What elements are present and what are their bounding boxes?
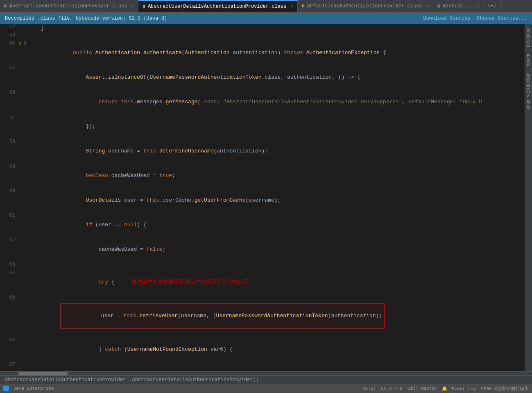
line-gutter: ◦ bbox=[18, 295, 27, 337]
status-event-log-label[interactable]: Event Log bbox=[452, 386, 476, 391]
table-row: 55 ◦ Assert.isInstanceOf(UsernamePasswor… bbox=[0, 65, 525, 90]
line-number: 57 bbox=[0, 114, 18, 139]
line-gutter bbox=[18, 337, 27, 362]
status-git: Git: master bbox=[407, 386, 437, 391]
info-bar-text: Decompiled .class file, bytecode version… bbox=[5, 16, 167, 21]
line-gutter bbox=[18, 188, 27, 213]
table-row: 64 try {通过用户名去数据库获取用户信息用于之后的认证 bbox=[0, 270, 525, 295]
line-number: 67 bbox=[0, 362, 18, 371]
line-gutter bbox=[18, 213, 27, 237]
line-gutter bbox=[18, 24, 27, 32]
line-code: cacheWasUsed = false; bbox=[27, 237, 525, 262]
editor-container: 52 } 53 54 ⊙ @ public Authentication aut… bbox=[0, 24, 532, 371]
line-code: return this.messages.getMessage( code: "… bbox=[27, 90, 525, 114]
code-area[interactable]: 52 } 53 54 ⊙ @ public Authentication aut… bbox=[0, 24, 525, 371]
tab-2[interactable]: G AbstractUserDetailsAuthenticationProvi… bbox=[138, 0, 298, 12]
line-gutter bbox=[18, 32, 27, 41]
tab-1-label: AbstractJaasAuthenticationProvider.class bbox=[9, 3, 127, 9]
line-code: UserDetails user = this.userCache.getUse… bbox=[27, 188, 525, 213]
tab-4-close[interactable]: × bbox=[476, 4, 479, 9]
line-number: 52 bbox=[0, 24, 18, 32]
line-number: 54 bbox=[0, 41, 18, 65]
table-row: 58 String username = this.determineUsern… bbox=[0, 139, 525, 164]
tab-1[interactable]: G AbstractJaasAuthenticationProvider.cla… bbox=[0, 0, 138, 12]
line-number: 59 bbox=[0, 164, 18, 188]
line-gutter bbox=[18, 164, 27, 188]
sidebar-database[interactable]: Database bbox=[525, 24, 532, 50]
breadcrumb-part2: AbstractUserDetailsAuthenticationProvide… bbox=[132, 377, 259, 383]
line-code: public Authentication authenticate(Authe… bbox=[27, 41, 525, 65]
line-number: 65 bbox=[0, 295, 18, 337]
line-number: 60 bbox=[0, 188, 18, 213]
choose-sources-btn[interactable]: Choose Sources... bbox=[477, 16, 527, 21]
tab-3[interactable]: G DefaultJaasAuthenticationProvider.clas… bbox=[298, 0, 433, 12]
sidebar-bean-validation[interactable]: Bean Validation bbox=[525, 69, 532, 113]
line-code bbox=[27, 32, 525, 41]
line-code: if (user == null) { bbox=[27, 213, 525, 237]
line-code: Assert.isInstanceOf(UsernamePasswordAuth… bbox=[27, 65, 525, 90]
tab-overflow-label: ≡+7 bbox=[487, 3, 496, 9]
table-row: 56 return this.messages.getMessage( code… bbox=[0, 90, 525, 114]
line-code: }); bbox=[27, 114, 525, 139]
tab-1-close[interactable]: × bbox=[131, 4, 134, 9]
table-row: 54 ⊙ @ public Authentication authenticat… bbox=[0, 41, 525, 65]
line-gutter: ⊙ @ bbox=[18, 41, 27, 65]
line-gutter bbox=[18, 90, 27, 114]
line-number: 53 bbox=[0, 32, 18, 41]
line-code: } bbox=[27, 24, 525, 32]
line-gutter bbox=[18, 237, 27, 262]
table-row: 62 cacheWasUsed = false; bbox=[0, 237, 525, 262]
status-right: 43:57 LF UTF-8 Git: master 🔔 Event Log C… bbox=[362, 386, 529, 392]
table-row: 65 ◦ user = this.retrieveUser(username, … bbox=[0, 295, 525, 337]
status-csdn: CSDN @德鲁伊的打锤子 bbox=[481, 386, 529, 392]
tab-4[interactable]: G Abstrac... × bbox=[433, 0, 483, 12]
status-bar: Java Enterprise 43:57 LF UTF-8 Git: mast… bbox=[0, 384, 532, 393]
breadcrumb-sep: › bbox=[127, 377, 130, 383]
line-code: try {通过用户名去数据库获取用户信息用于之后的认证 bbox=[27, 270, 525, 295]
table-row: 61 if (user == null) { bbox=[0, 213, 525, 237]
tab-overflow[interactable]: ≡+7 bbox=[483, 0, 501, 12]
status-java-enterprise: Java Enterprise bbox=[3, 386, 54, 391]
table-row: 53 bbox=[0, 32, 525, 41]
code-table: 52 } 53 54 ⊙ @ public Authentication aut… bbox=[0, 24, 525, 371]
h-scrollbar-thumb[interactable] bbox=[18, 372, 68, 375]
sidebar-maven[interactable]: Maven bbox=[525, 50, 532, 69]
line-number: 66 bbox=[0, 337, 18, 362]
status-left: Java Enterprise bbox=[3, 386, 54, 391]
line-gutter bbox=[18, 114, 27, 139]
h-scrollbar[interactable] bbox=[0, 371, 532, 375]
line-code: String username = this.determineUsername… bbox=[27, 139, 525, 164]
right-sidebar: Database Maven Bean Validation bbox=[525, 24, 532, 371]
table-row: 59 boolean cacheWasUsed = true; bbox=[0, 164, 525, 188]
table-row: 63 bbox=[0, 262, 525, 270]
info-bar-actions: Download Sources Choose Sources... bbox=[423, 16, 527, 21]
download-sources-btn[interactable]: Download Sources bbox=[423, 16, 470, 21]
line-gutter bbox=[18, 270, 27, 295]
line-code: this.logger.debug( 0: "Failed to find us… bbox=[27, 362, 525, 371]
line-code: user = this.retrieveUser(username, (User… bbox=[27, 295, 525, 337]
table-row: 67 this.logger.debug( 0: "Failed to find… bbox=[0, 362, 525, 371]
breadcrumb-bar: AbstractUserDetailsAuthenticationProvide… bbox=[0, 375, 532, 384]
tab-3-label: DefaultJaasAuthenticationProvider.class bbox=[307, 3, 422, 9]
line-number: 62 bbox=[0, 237, 18, 262]
line-gutter bbox=[18, 139, 27, 164]
table-row: 52 } bbox=[0, 24, 525, 32]
line-gutter: ◦ bbox=[18, 65, 27, 90]
line-gutter bbox=[18, 262, 27, 270]
line-number: 61 bbox=[0, 213, 18, 237]
line-code: } catch (UsernameNotFoundException var6)… bbox=[27, 337, 525, 362]
line-number: 56 bbox=[0, 90, 18, 114]
line-number: 55 bbox=[0, 65, 18, 90]
line-number: 63 bbox=[0, 262, 18, 270]
tab-bar: G AbstractJaasAuthenticationProvider.cla… bbox=[0, 0, 532, 13]
breadcrumb-part1: AbstractUserDetailsAuthenticationProvide… bbox=[5, 377, 126, 383]
status-java-label: Java Enterprise bbox=[14, 386, 54, 391]
table-row: 60 UserDetails user = this.userCache.get… bbox=[0, 188, 525, 213]
line-code bbox=[27, 262, 525, 270]
tab-2-label: AbstractUserDetailsAuthenticationProvide… bbox=[148, 4, 286, 9]
line-gutter bbox=[18, 362, 27, 371]
status-encoding: LF UTF-8 bbox=[381, 386, 403, 391]
info-bar: Decompiled .class file, bytecode version… bbox=[0, 13, 532, 24]
tab-2-close[interactable]: × bbox=[290, 4, 293, 9]
tab-3-close[interactable]: × bbox=[426, 4, 429, 9]
